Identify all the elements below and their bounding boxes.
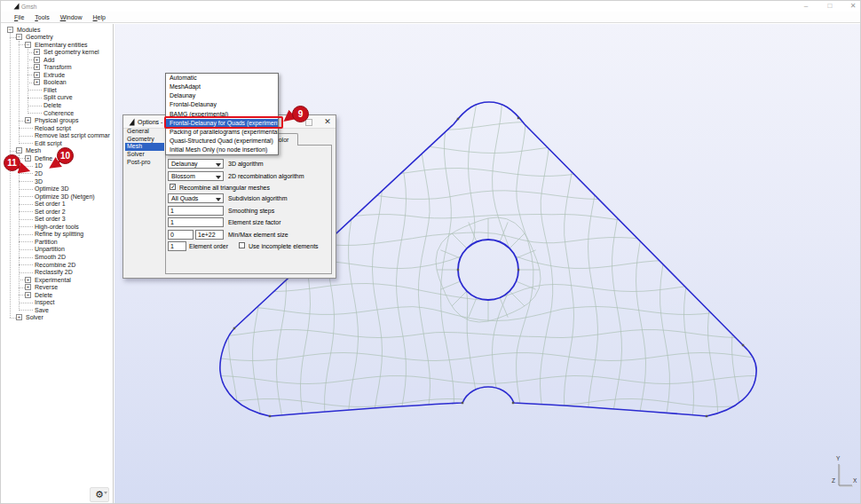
- tree-item-transform[interactable]: +Transform: [1, 64, 114, 72]
- tree-toggle-expand[interactable]: +: [16, 314, 22, 320]
- gear-button[interactable]: ⚙: [90, 487, 109, 502]
- tree-toggle-collapse[interactable]: −: [25, 42, 31, 48]
- tree-item-boolean[interactable]: +Boolean: [1, 79, 114, 87]
- tree-toggle-expand[interactable]: +: [34, 72, 40, 78]
- subdivision-label: Subdivision algorithm: [228, 195, 288, 201]
- dropdown-item-frontal-delaunay[interactable]: Frontal-Delaunay: [166, 100, 278, 109]
- tree-toggle-collapse[interactable]: −: [16, 147, 22, 154]
- tree-item-solver[interactable]: +Solver: [1, 314, 114, 322]
- element-order-label: Element order: [189, 243, 228, 249]
- tree-connector: [19, 303, 33, 303]
- tree-item-modules[interactable]: −Modules: [1, 26, 114, 34]
- tree-item-inspect[interactable]: Inspect: [1, 299, 114, 307]
- element-size-factor-input[interactable]: [168, 217, 224, 227]
- tree-item-recombine-2d[interactable]: Recombine 2D: [1, 261, 114, 269]
- dropdown-item-meshadapt[interactable]: MeshAdapt: [166, 83, 278, 91]
- max-element-size-input[interactable]: [195, 230, 224, 240]
- tree-item-reclassify-2d[interactable]: Reclassify 2D: [1, 269, 114, 277]
- tree-item-optimize-3d[interactable]: Optimize 3D: [1, 185, 114, 193]
- tree-item-unpartition[interactable]: Unpartition: [1, 246, 114, 254]
- tree-toggle-expand[interactable]: +: [34, 57, 40, 63]
- tree-item-partition[interactable]: Partition: [1, 238, 114, 246]
- algorithm-3d-select[interactable]: Delaunay: [168, 159, 224, 169]
- close-button[interactable]: ✕: [845, 2, 861, 11]
- tree-item-elementary-entities[interactable]: −Elementary entities: [1, 41, 114, 49]
- gear-icon: ⚙: [95, 489, 104, 500]
- tree-toggle-expand[interactable]: +: [25, 284, 31, 290]
- subdivision-select[interactable]: All Quads: [168, 193, 224, 203]
- tree-item-edit-script[interactable]: Edit script: [1, 139, 114, 147]
- incomplete-elements-checkbox[interactable]: [239, 242, 245, 248]
- options-nav-solver[interactable]: Solver: [125, 151, 164, 159]
- tree-toggle-expand[interactable]: +: [25, 117, 31, 123]
- menu-help[interactable]: Help: [91, 13, 107, 21]
- options-nav-mesh[interactable]: Mesh: [125, 143, 164, 151]
- element-order-input[interactable]: [168, 241, 186, 251]
- tree-item-set-order-2[interactable]: Set order 2: [1, 208, 114, 216]
- tree-toggle-expand[interactable]: +: [34, 79, 40, 85]
- tree-item-label: Inspect: [35, 299, 55, 305]
- tree-item-label: Split curve: [43, 94, 73, 100]
- dropdown-item-automatic[interactable]: Automatic: [166, 74, 278, 83]
- dropdown-item-initial-mesh-only-no-node-insertion[interactable]: Initial Mesh Only (no node insertion): [166, 146, 278, 154]
- options-nav-geometry[interactable]: Geometry: [125, 136, 164, 144]
- tree-item-save[interactable]: Save: [1, 306, 114, 314]
- tree-item-coherence[interactable]: Coherence: [1, 109, 114, 117]
- tree-toggle-expand[interactable]: +: [34, 49, 40, 55]
- tree-item-delete[interactable]: +Delete: [1, 291, 114, 299]
- tree-connector: [28, 75, 34, 75]
- options-nav-general[interactable]: General: [125, 128, 164, 136]
- element-size-factor-label: Element size factor: [228, 219, 281, 225]
- tree-item-set-geometry-kernel[interactable]: +Set geometry kernel: [1, 49, 114, 57]
- tree-item-label: Smooth 2D: [35, 254, 66, 260]
- tree-connector: [19, 181, 33, 182]
- recombine-all-checkbox[interactable]: ✓: [170, 184, 176, 190]
- tree-item-2d[interactable]: 2D: [1, 169, 114, 177]
- tree-item-reload-script[interactable]: Reload script: [1, 124, 114, 132]
- tree-item-refine-by-splitting[interactable]: Refine by splitting: [1, 231, 114, 239]
- tree-toggle-expand[interactable]: +: [25, 277, 31, 283]
- tree-connector: [28, 113, 42, 114]
- menu-tools[interactable]: Tools: [33, 13, 51, 21]
- recombination-select[interactable]: Blossom: [168, 171, 224, 181]
- min-element-size-input[interactable]: [168, 230, 194, 240]
- tree-item-add[interactable]: +Add: [1, 56, 114, 64]
- dropdown-item-quasi-structured-quad-experimental[interactable]: Quasi-Structured Quad (experimental): [166, 137, 278, 146]
- tree-item-label: Boolean: [43, 79, 67, 85]
- tree-item-split-curve[interactable]: Split curve: [1, 94, 114, 102]
- tree-item-3d[interactable]: 3D: [1, 177, 114, 185]
- tree-item-fillet[interactable]: Fillet: [1, 86, 114, 94]
- axes-gizmo: Y Z X: [826, 452, 861, 492]
- tree-item-label: Delete: [43, 102, 61, 108]
- tree-item-optimize-3d-netgen[interactable]: Optimize 3D (Netgen): [1, 193, 114, 201]
- tree-toggle-collapse[interactable]: −: [16, 34, 22, 40]
- recombine-all-label: Recombine all triangular meshes: [179, 185, 270, 191]
- tree-toggle-collapse[interactable]: −: [7, 27, 13, 33]
- dropdown-item-delaunay[interactable]: Delaunay: [166, 91, 278, 100]
- title-bar[interactable]: Gmsh – □ ✕: [1, 1, 860, 12]
- tree-item-smooth-2d[interactable]: Smooth 2D: [1, 254, 114, 262]
- tree-item-experimental[interactable]: +Experimental: [1, 276, 114, 284]
- dialog-close-button[interactable]: ✕: [322, 116, 333, 127]
- tree-toggle-expand[interactable]: +: [25, 292, 31, 298]
- tree-toggle-expand[interactable]: +: [34, 64, 40, 70]
- tree-item-physical-groups[interactable]: +Physical groups: [1, 117, 114, 125]
- smoothing-steps-input[interactable]: [168, 206, 224, 216]
- tree-item-delete[interactable]: Delete: [1, 102, 114, 110]
- dropdown-item-packing-of-parallelograms-experimental[interactable]: Packing of parallelograms (experimental): [166, 128, 278, 137]
- menu-window[interactable]: Window: [59, 13, 84, 21]
- tree-item-label: Add: [43, 57, 54, 63]
- tree-item-set-order-1[interactable]: Set order 1: [1, 201, 114, 209]
- tree-item-extrude[interactable]: +Extrude: [1, 71, 114, 79]
- maximize-button[interactable]: □: [822, 2, 838, 11]
- tree-item-reverse[interactable]: +Reverse: [1, 284, 114, 292]
- tree-item-geometry[interactable]: −Geometry: [1, 34, 114, 42]
- minimize-button[interactable]: –: [798, 2, 814, 11]
- options-nav-post-pro[interactable]: Post-pro: [125, 159, 164, 167]
- tree-item-high-order-tools[interactable]: High-order tools: [1, 223, 114, 231]
- tree-toggle-expand[interactable]: +: [25, 155, 31, 161]
- tree-item-remove-last-script-commar[interactable]: Remove last script commar: [1, 132, 114, 140]
- menu-file[interactable]: File: [12, 13, 26, 21]
- tree-item-set-order-3[interactable]: Set order 3: [1, 216, 114, 224]
- tree-connector: [19, 264, 33, 265]
